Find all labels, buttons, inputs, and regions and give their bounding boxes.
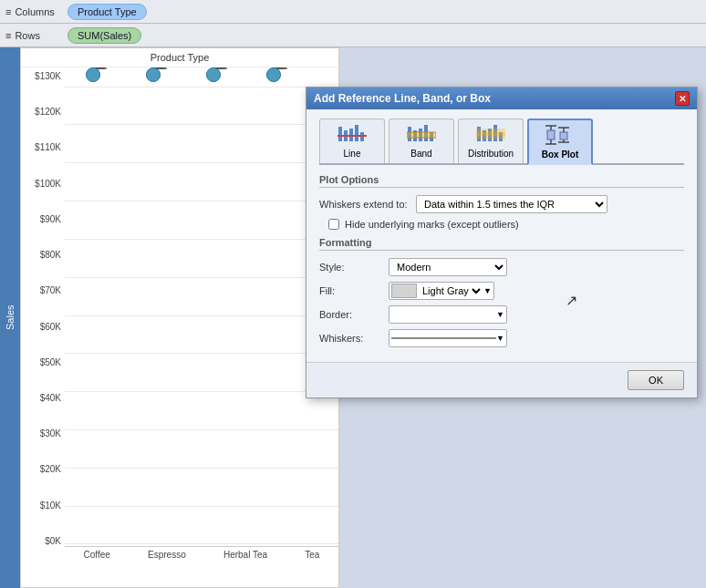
whiskers-style-select-wrapper[interactable]: ▼ [389,329,507,347]
tab-line[interactable]: Line [319,119,385,163]
x-axis: Coffee Espresso Herbal Tea Tea [65,546,338,562]
add-reference-dialog: Add Reference Line, Band, or Box ✕ [306,87,698,398]
border-line-preview [391,307,496,322]
tab-distribution[interactable]: Distribution [458,119,524,163]
style-label: Style: [319,262,383,273]
whiskers-row: Whiskers extend to: Data within 1.5 time… [319,195,684,213]
line-tab-icon [337,123,367,147]
border-label: Border: [319,309,383,320]
border-select-wrapper[interactable]: ▼ [389,305,507,324]
fill-select[interactable]: Light Gray None Custom [419,284,483,297]
columns-label: ≡ Columns [5,6,60,17]
whiskers-select[interactable]: Data within 1.5 times the IQR Data withi… [416,195,607,213]
fill-row: Fill: Light Gray None Custom ▼ [319,282,684,300]
plot-options-label: Plot Options [319,174,684,188]
svg-rect-25 [560,132,567,139]
dialog-title: Add Reference Line, Band, or Box [314,92,491,105]
columns-grid-icon: ≡ [5,6,11,17]
hide-marks-checkbox[interactable] [328,219,339,230]
chart-title: Product Type [21,48,338,67]
box-plot-tab-icon [545,124,575,148]
chart-body: $130K $120K $110K $100K $90K $80K $70K $… [21,67,338,562]
svg-rect-19 [476,136,505,139]
tab-row: Line Band [319,119,684,165]
line-tab-label: Line [344,149,361,159]
svg-rect-18 [476,132,505,136]
svg-rect-0 [338,127,342,141]
hide-marks-label: Hide underlying marks (except outliers) [345,219,519,230]
whiskers-label: Whiskers extend to: [319,199,410,210]
dialog-titlebar: Add Reference Line, Band, or Box ✕ [306,88,697,109]
svg-rect-17 [476,129,505,132]
distribution-tab-label: Distribution [468,149,514,159]
fill-select-wrapper[interactable]: Light Gray None Custom ▼ [389,282,494,300]
whiskers-line-preview [391,337,496,339]
whiskers-dropdown-arrow: ▼ [496,334,504,343]
rows-toolbar: ≡ Rows SUM(Sales) [0,24,706,47]
style-row: Style: Modern Classic [319,258,684,276]
dialog-footer: OK [306,362,697,397]
ok-button[interactable]: OK [628,370,684,390]
y-axis-label: Sales [0,47,20,588]
plot-area: Coffee Espresso Herbal Tea Tea [65,67,338,562]
y-axis: $130K $120K $110K $100K $90K $80K $70K $… [21,67,65,562]
formatting-label: Formatting [319,237,684,251]
style-select[interactable]: Modern Classic [389,258,507,276]
svg-rect-21 [547,130,555,139]
dialog-close-button[interactable]: ✕ [675,91,690,106]
dialog-body: Line Band [306,109,697,362]
chart-panel: Product Type $130K $120K $110K $100K $90… [20,47,339,588]
tab-box-plot[interactable]: Box Plot [527,119,593,165]
border-row: Border: ▼ [319,305,684,324]
rows-grid-icon: ≡ [5,30,11,41]
columns-pill[interactable]: Product Type [67,4,147,20]
fill-color-preview [391,284,417,298]
fill-dropdown-arrow: ▼ [483,286,492,295]
hide-marks-row: Hide underlying marks (except outliers) [319,219,684,230]
rows-pill[interactable]: SUM(Sales) [67,27,141,44]
svg-rect-3 [355,125,358,141]
distribution-tab-icon [476,123,505,147]
whiskers-style-label: Whiskers: [319,333,383,344]
band-tab-icon [407,123,436,147]
svg-rect-11 [407,132,436,138]
rows-label: ≡ Rows [5,30,60,41]
whiskers-style-row: Whiskers: ▼ [319,329,684,347]
border-dropdown-arrow: ▼ [496,310,504,319]
columns-toolbar: ≡ Columns Product Type [0,0,706,24]
box-plot-tab-label: Box Plot [542,150,579,160]
tab-band[interactable]: Band [389,119,454,163]
fill-label: Fill: [319,285,383,296]
band-tab-label: Band [410,149,431,159]
